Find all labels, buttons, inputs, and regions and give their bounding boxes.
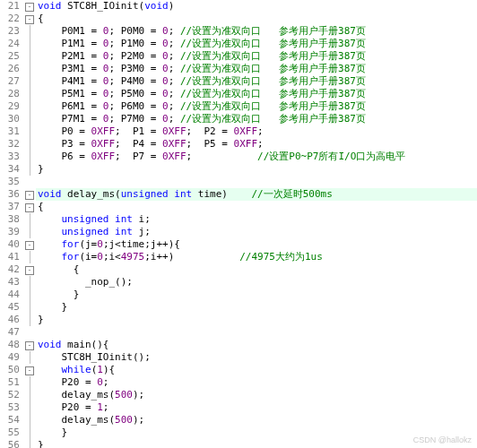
line-number: 53: [0, 401, 23, 414]
code-token: 0: [162, 63, 169, 74]
fold-gutter: [23, 176, 36, 188]
line-number: 28: [0, 88, 23, 100]
code-line[interactable]: P1M1 = 0; P1M0 = 0; //设置为准双向口 参考用户手册387页: [36, 38, 477, 50]
fold-minus-icon[interactable]: -: [25, 15, 34, 24]
code-line[interactable]: }: [36, 163, 477, 176]
fold-gutter[interactable]: -: [23, 201, 36, 213]
fold-gutter[interactable]: -: [23, 0, 36, 13]
code-token: (j=: [79, 238, 97, 250]
code-token: P6M1 =: [38, 100, 103, 112]
fold-minus-icon[interactable]: -: [25, 241, 34, 250]
code-line[interactable]: }: [36, 426, 477, 439]
code-token: }: [38, 289, 79, 300]
code-line[interactable]: P4M1 = 0; P4M0 = 0; //设置为准双向口 参考用户手册387页: [36, 75, 477, 88]
code-token: P2M1 =: [38, 50, 103, 62]
fold-minus-icon[interactable]: -: [25, 3, 34, 12]
code-token: 0XFF: [91, 125, 116, 137]
fold-gutter[interactable]: -: [23, 238, 36, 251]
line-number: 25: [0, 50, 23, 63]
code-token: P1M1 =: [38, 38, 103, 49]
code-line[interactable]: [36, 326, 477, 339]
code-token: ;: [169, 50, 180, 62]
code-token: //设置为准双向口 参考用户手册387页: [180, 38, 366, 49]
code-token: for: [62, 238, 80, 250]
code-line[interactable]: {: [36, 263, 477, 276]
code-token: int: [174, 188, 192, 200]
code-line[interactable]: _nop_();: [36, 276, 477, 289]
code-token: ; P5M0 =: [108, 88, 162, 99]
fold-minus-icon[interactable]: -: [25, 191, 34, 200]
code-line[interactable]: [36, 176, 477, 188]
code-token: 0: [97, 251, 103, 263]
code-line[interactable]: }: [36, 314, 477, 326]
code-line[interactable]: unsigned int j;: [36, 226, 477, 238]
code-line[interactable]: P0M1 = 0; P0M0 = 0; //设置为准双向口 参考用户手册387页: [36, 25, 477, 38]
fold-gutter[interactable]: -: [23, 188, 36, 201]
code-token: ; P1 =: [115, 125, 162, 137]
code-line[interactable]: while(1){: [36, 364, 477, 376]
code-token: ;: [169, 63, 180, 74]
code-line[interactable]: STC8H_IOinit();: [36, 351, 477, 364]
line-number: 29: [0, 100, 23, 113]
code-token: unsigned: [62, 213, 109, 225]
code-line[interactable]: delay_ms(500);: [36, 389, 477, 401]
line-number: 37: [0, 201, 23, 213]
line-number: 26: [0, 63, 23, 75]
code-line[interactable]: P6M1 = 0; P6M0 = 0; //设置为准双向口 参考用户手册387页: [36, 100, 477, 113]
code-token: ;: [169, 88, 180, 99]
code-line[interactable]: P20 = 1;: [36, 401, 477, 414]
line-number: 38: [0, 213, 23, 226]
code-line[interactable]: P20 = 0;: [36, 376, 477, 389]
code-line[interactable]: void main(){: [36, 339, 477, 351]
code-line[interactable]: P0 = 0XFF; P1 = 0XFF; P2 = 0XFF;: [36, 125, 477, 138]
code-token: 0XFF: [234, 138, 258, 150]
code-token: ;: [169, 113, 180, 125]
code-token: (i=: [79, 251, 97, 263]
code-token: //设置为准双向口 参考用户手册387页: [180, 88, 366, 99]
code-token: ;i<: [103, 251, 121, 263]
code-line[interactable]: {: [36, 13, 477, 25]
fold-minus-icon[interactable]: -: [25, 203, 34, 212]
code-token: int: [115, 226, 133, 237]
code-token: //一次延时500ms: [251, 188, 332, 200]
line-number: 24: [0, 38, 23, 50]
fold-minus-icon[interactable]: -: [25, 266, 34, 275]
fold-gutter: [23, 113, 36, 125]
code-token: ; P6M0 =: [108, 100, 162, 112]
fold-gutter: [23, 163, 36, 176]
fold-gutter[interactable]: -: [23, 364, 36, 376]
line-number: 56: [0, 439, 23, 448]
code-token: i;: [133, 213, 151, 225]
code-line[interactable]: }: [36, 301, 477, 314]
code-token: ; P4M0 =: [108, 75, 162, 87]
code-token: //设置为准双向口 参考用户手册387页: [180, 75, 366, 87]
code-line[interactable]: P3M1 = 0; P3M0 = 0; //设置为准双向口 参考用户手册387页: [36, 63, 477, 75]
code-line[interactable]: {: [36, 201, 477, 213]
fold-gutter: [23, 100, 36, 113]
code-line[interactable]: delay_ms(500);: [36, 414, 477, 426]
code-line[interactable]: void delay_ms(unsigned int time) //一次延时5…: [36, 188, 477, 201]
code-line[interactable]: P7M1 = 0; P7M0 = 0; //设置为准双向口 参考用户手册387页: [36, 113, 477, 125]
fold-gutter[interactable]: -: [23, 13, 36, 25]
code-line[interactable]: unsigned int i;: [36, 213, 477, 226]
fold-minus-icon[interactable]: -: [25, 341, 34, 350]
code-line[interactable]: P6 = 0XFF; P7 = 0XFF; //设置P0~P7所有I/O口为高电…: [36, 151, 477, 163]
code-line[interactable]: }: [36, 289, 477, 301]
code-line[interactable]: }: [36, 439, 477, 448]
code-line[interactable]: for(j=0;j<time;j++){: [36, 238, 477, 251]
code-line[interactable]: P3 = 0XFF; P4 = 0XFF; P5 = 0XFF;: [36, 138, 477, 151]
line-number: 33: [0, 151, 23, 163]
fold-gutter[interactable]: -: [23, 339, 36, 351]
fold-minus-icon[interactable]: -: [25, 366, 34, 375]
code-line[interactable]: P5M1 = 0; P5M0 = 0; //设置为准双向口 参考用户手册387页: [36, 88, 477, 100]
code-token: P3 =: [38, 138, 91, 150]
code-token: for: [62, 251, 80, 263]
code-token: P3M1 =: [38, 63, 103, 74]
code-token: int: [115, 213, 133, 225]
fold-gutter: [23, 138, 36, 151]
code-line[interactable]: P2M1 = 0; P2M0 = 0; //设置为准双向口 参考用户手册387页: [36, 50, 477, 63]
code-line[interactable]: void STC8H_IOinit(void): [36, 0, 477, 13]
code-token: ; P5 =: [186, 138, 234, 150]
code-line[interactable]: for(i=0;i<4975;i++) //4975大约为1us: [36, 251, 477, 263]
fold-gutter[interactable]: -: [23, 263, 36, 276]
